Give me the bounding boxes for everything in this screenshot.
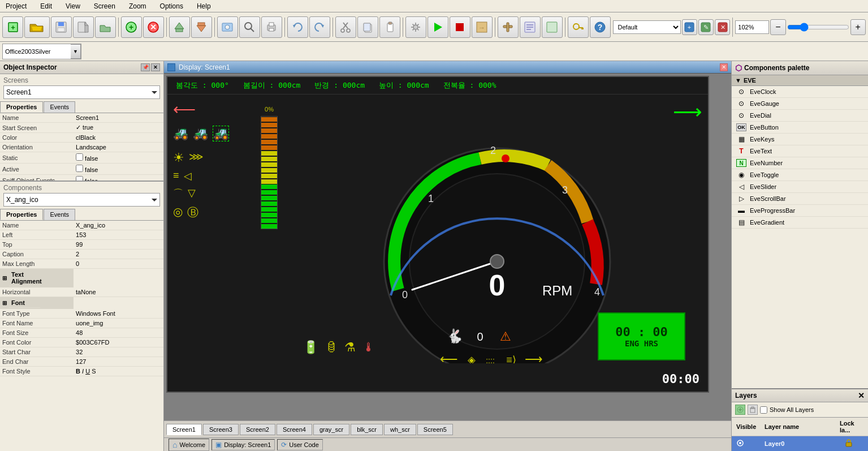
theme-view-btn3[interactable]: ✕ bbox=[715, 19, 730, 35]
menu-view[interactable]: View bbox=[62, 1, 84, 11]
menu-edit[interactable]: Edit bbox=[37, 1, 55, 11]
zoom-in-button[interactable]: + bbox=[850, 19, 866, 35]
tab-events[interactable]: Events bbox=[44, 101, 75, 113]
active-checkbox[interactable] bbox=[76, 165, 83, 172]
canvas-area[interactable]: 봄각도 : 000° 봄길이 : 000cm 반경 : 000cm 높이 : 0… bbox=[164, 74, 731, 420]
theme-select[interactable]: Default bbox=[613, 20, 681, 34]
static-checkbox[interactable] bbox=[76, 153, 83, 161]
screen-tab-screen4[interactable]: Screen4 bbox=[277, 424, 312, 435]
screen-dropdown[interactable]: Screen1 bbox=[3, 85, 160, 99]
canvas-close-button[interactable]: ✕ bbox=[720, 63, 728, 71]
layer-add-button[interactable] bbox=[735, 405, 745, 415]
theme-view-btn1[interactable]: + bbox=[682, 19, 697, 35]
eveclock-icon: ⊙ bbox=[736, 88, 746, 96]
svg-text:0: 0 bbox=[477, 330, 483, 343]
layer-visible-cell bbox=[734, 438, 762, 449]
component-eveclock[interactable]: ⊙ EveClock bbox=[732, 86, 868, 98]
screen-tab-blk[interactable]: blk_scr bbox=[351, 424, 383, 435]
tools-button[interactable] bbox=[498, 16, 519, 38]
screen-tab-screen5[interactable]: Screen5 bbox=[417, 424, 453, 435]
font-arrow[interactable]: ▼ bbox=[71, 44, 81, 59]
layers-panel: Layers ✕ Show All Layers Visible La bbox=[732, 388, 868, 451]
layer-delete-button[interactable] bbox=[748, 405, 758, 415]
component-evescrollbar[interactable]: ▷ EveScrollBar bbox=[732, 193, 868, 205]
tab-properties[interactable]: Properties bbox=[0, 101, 43, 113]
menu-screen[interactable]: Screen bbox=[90, 1, 119, 11]
component-evegradient[interactable]: ▤ EveGradient bbox=[732, 217, 868, 229]
component-eveprogressbar[interactable]: ▬ EveProgressBar bbox=[732, 205, 868, 217]
run-button[interactable] bbox=[427, 16, 448, 38]
evegradient-label: EveGradient bbox=[750, 219, 784, 226]
screenshot-button[interactable] bbox=[217, 16, 238, 38]
components-palette-header: ⬡ Components palette bbox=[732, 61, 868, 75]
panel-close-icon[interactable]: ✕ bbox=[151, 63, 160, 71]
toolbar-sep3 bbox=[214, 18, 215, 37]
add-button[interactable]: + bbox=[121, 16, 142, 38]
svg-rect-80 bbox=[752, 407, 754, 408]
font-input[interactable] bbox=[3, 44, 71, 59]
redo-button[interactable] bbox=[309, 16, 330, 38]
edit2-button[interactable] bbox=[520, 16, 541, 38]
screen-tab-screen2[interactable]: Screen2 bbox=[240, 424, 275, 435]
help-button[interactable]: ? bbox=[590, 16, 611, 38]
deploy-button[interactable]: → bbox=[472, 16, 493, 38]
component-evenumber[interactable]: N EveNumber bbox=[732, 157, 868, 169]
component-dropdown[interactable]: X_ang_ico bbox=[3, 193, 160, 207]
comp-tab-events[interactable]: Events bbox=[44, 209, 75, 220]
settings-button[interactable] bbox=[405, 16, 426, 38]
layout-button[interactable] bbox=[542, 16, 563, 38]
component-evegauge[interactable]: ⊙ EveGauge bbox=[732, 98, 868, 110]
cut-button[interactable] bbox=[335, 16, 356, 38]
prop-orientation-value: Landscape bbox=[74, 143, 163, 152]
layer-row-0[interactable]: Layer0 bbox=[732, 436, 868, 451]
key-button[interactable] bbox=[568, 16, 589, 38]
zoom-out-button[interactable]: − bbox=[770, 19, 785, 35]
menu-zoom[interactable]: Zoom bbox=[126, 1, 150, 11]
screen-tab-gray[interactable]: gray_scr bbox=[313, 424, 349, 435]
openproject-button[interactable] bbox=[95, 16, 116, 38]
sniff-checkbox[interactable] bbox=[76, 176, 83, 181]
screen-tab-wh[interactable]: wh_scr bbox=[384, 424, 416, 435]
new-button[interactable]: + bbox=[2, 16, 23, 38]
menu-project[interactable]: Project bbox=[2, 1, 30, 11]
prop-startscreen-label: Start Screen bbox=[0, 123, 74, 133]
zoom-input[interactable] bbox=[735, 20, 769, 34]
theme-view-btn2[interactable]: ✎ bbox=[698, 19, 714, 35]
menu-options[interactable]: Options bbox=[157, 1, 187, 11]
battery-icon: 🔋 bbox=[303, 340, 318, 355]
svg-point-82 bbox=[739, 442, 741, 444]
category-expand-icon: ▼ bbox=[735, 77, 741, 84]
export-button[interactable] bbox=[191, 16, 212, 38]
save-button[interactable] bbox=[51, 16, 72, 38]
component-evetext[interactable]: T EveText bbox=[732, 145, 868, 157]
oil-icon: 🛢 bbox=[325, 340, 338, 355]
component-evedial[interactable]: ⊙ EveDial bbox=[732, 110, 868, 122]
import-button[interactable] bbox=[169, 16, 190, 38]
panel-pin-icon[interactable]: 📌 bbox=[141, 63, 150, 71]
undo-button[interactable] bbox=[287, 16, 308, 38]
component-evekeys[interactable]: ▦ EveKeys bbox=[732, 134, 868, 145]
delete-button[interactable]: ✕ bbox=[143, 16, 164, 38]
zoom-btn[interactable] bbox=[239, 16, 260, 38]
eve-category[interactable]: ▼ EVE bbox=[732, 75, 868, 86]
svg-text:0: 0 bbox=[489, 269, 506, 302]
font-section[interactable]: Font bbox=[9, 298, 40, 308]
saveas-button[interactable] bbox=[73, 16, 94, 38]
layers-close-icon[interactable]: ✕ bbox=[858, 391, 865, 400]
component-eveslider[interactable]: ◁ EveSlider bbox=[732, 181, 868, 193]
print-button[interactable] bbox=[261, 16, 282, 38]
paste-button[interactable] bbox=[379, 16, 400, 38]
stop-button[interactable] bbox=[450, 16, 470, 38]
screen-tab-screen1[interactable]: Screen1 bbox=[166, 424, 202, 435]
open-button[interactable] bbox=[24, 16, 50, 38]
zoom-slider[interactable] bbox=[787, 23, 849, 32]
comp-tab-properties[interactable]: Properties bbox=[0, 209, 43, 220]
screen-tab-screen3[interactable]: Screen3 bbox=[203, 424, 239, 435]
copy-button[interactable] bbox=[357, 16, 378, 38]
text-align-section[interactable]: Text Alignment bbox=[9, 270, 40, 286]
menu-help[interactable]: Help bbox=[193, 1, 214, 11]
show-all-layers-checkbox[interactable] bbox=[760, 406, 767, 414]
component-evebutton[interactable]: OK EveButton bbox=[732, 122, 868, 134]
evescrollbar-icon: ▷ bbox=[736, 195, 746, 203]
component-evetoggle[interactable]: ◉ EveToggle bbox=[732, 169, 868, 181]
